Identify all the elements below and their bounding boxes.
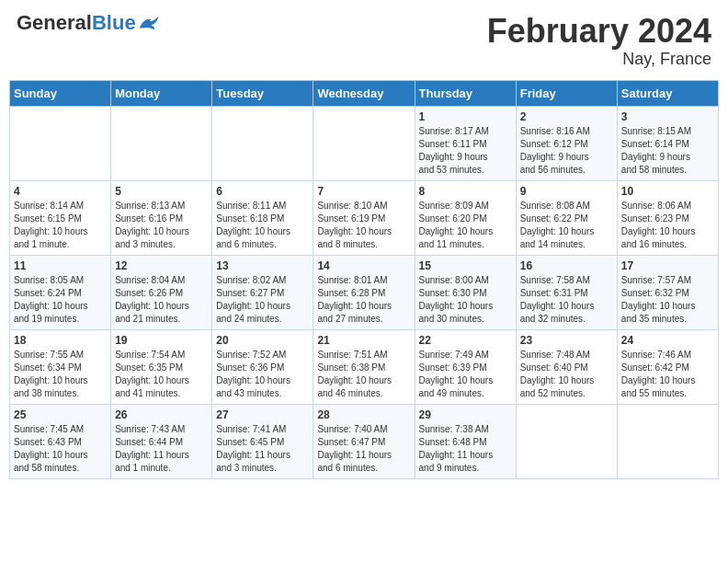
calendar-cell: 9Sunrise: 8:08 AM Sunset: 6:22 PM Daylig…	[516, 180, 617, 255]
calendar-cell: 3Sunrise: 8:15 AM Sunset: 6:14 PM Daylig…	[617, 106, 718, 180]
calendar-cell	[516, 404, 617, 478]
calendar-cell: 22Sunrise: 7:49 AM Sunset: 6:39 PM Dayli…	[415, 329, 516, 404]
day-info: Sunrise: 7:58 AM Sunset: 6:31 PM Dayligh…	[520, 274, 613, 326]
day-info: Sunrise: 7:55 AM Sunset: 6:34 PM Dayligh…	[14, 349, 107, 400]
day-info: Sunrise: 7:52 AM Sunset: 6:36 PM Dayligh…	[216, 349, 309, 400]
calendar-cell: 11Sunrise: 8:05 AM Sunset: 6:24 PM Dayli…	[10, 255, 111, 329]
calendar-cell: 6Sunrise: 8:11 AM Sunset: 6:18 PM Daylig…	[212, 180, 313, 255]
day-info: Sunrise: 7:40 AM Sunset: 6:47 PM Dayligh…	[317, 423, 410, 475]
calendar-cell: 4Sunrise: 8:14 AM Sunset: 6:15 PM Daylig…	[10, 180, 111, 255]
day-number: 27	[216, 408, 309, 421]
day-number: 15	[419, 259, 512, 272]
day-header-monday: Monday	[111, 80, 212, 106]
day-info: Sunrise: 8:00 AM Sunset: 6:30 PM Dayligh…	[419, 274, 512, 326]
calendar-table: SundayMondayTuesdayWednesdayThursdayFrid…	[9, 80, 719, 479]
calendar-cell: 5Sunrise: 8:13 AM Sunset: 6:16 PM Daylig…	[111, 180, 212, 255]
calendar-cell: 14Sunrise: 8:01 AM Sunset: 6:28 PM Dayli…	[313, 255, 415, 329]
day-info: Sunrise: 8:09 AM Sunset: 6:20 PM Dayligh…	[419, 200, 512, 251]
day-number: 20	[216, 334, 309, 347]
day-header-friday: Friday	[516, 80, 617, 106]
day-header-sunday: Sunday	[10, 80, 111, 106]
logo-general: General	[17, 13, 92, 33]
day-number: 21	[317, 334, 410, 347]
day-number: 5	[115, 185, 208, 198]
day-info: Sunrise: 7:46 AM Sunset: 6:42 PM Dayligh…	[621, 349, 714, 400]
day-header-thursday: Thursday	[415, 80, 516, 106]
day-number: 12	[115, 259, 208, 272]
calendar-cell: 29Sunrise: 7:38 AM Sunset: 6:48 PM Dayli…	[415, 404, 516, 478]
logo: General Blue	[17, 13, 160, 33]
day-info: Sunrise: 8:02 AM Sunset: 6:27 PM Dayligh…	[216, 274, 309, 326]
calendar-cell: 23Sunrise: 7:48 AM Sunset: 6:40 PM Dayli…	[516, 329, 617, 404]
day-number: 26	[115, 408, 208, 421]
calendar-cell: 24Sunrise: 7:46 AM Sunset: 6:42 PM Dayli…	[617, 329, 718, 404]
day-info: Sunrise: 7:57 AM Sunset: 6:32 PM Dayligh…	[621, 274, 714, 326]
calendar-cell: 28Sunrise: 7:40 AM Sunset: 6:47 PM Dayli…	[313, 404, 415, 478]
day-number: 10	[621, 185, 714, 198]
day-number: 28	[317, 408, 410, 421]
calendar-cell: 7Sunrise: 8:10 AM Sunset: 6:19 PM Daylig…	[313, 180, 415, 255]
day-header-tuesday: Tuesday	[212, 80, 313, 106]
title-area: February 2024 Nay, France	[487, 13, 711, 69]
day-info: Sunrise: 7:51 AM Sunset: 6:38 PM Dayligh…	[317, 349, 410, 400]
day-number: 4	[14, 185, 107, 198]
day-info: Sunrise: 8:14 AM Sunset: 6:15 PM Dayligh…	[14, 200, 107, 251]
day-number: 13	[216, 259, 309, 272]
day-info: Sunrise: 7:43 AM Sunset: 6:44 PM Dayligh…	[115, 423, 208, 475]
day-number: 22	[419, 334, 512, 347]
calendar-cell: 1Sunrise: 8:17 AM Sunset: 6:11 PM Daylig…	[415, 106, 516, 180]
calendar-cell: 25Sunrise: 7:45 AM Sunset: 6:43 PM Dayli…	[10, 404, 111, 478]
day-info: Sunrise: 7:54 AM Sunset: 6:35 PM Dayligh…	[115, 349, 208, 400]
day-number: 23	[520, 334, 613, 347]
day-header-saturday: Saturday	[617, 80, 718, 106]
calendar-cell: 20Sunrise: 7:52 AM Sunset: 6:36 PM Dayli…	[212, 329, 313, 404]
day-info: Sunrise: 8:06 AM Sunset: 6:23 PM Dayligh…	[621, 200, 714, 251]
day-info: Sunrise: 8:10 AM Sunset: 6:19 PM Dayligh…	[317, 200, 410, 251]
day-number: 8	[419, 185, 512, 198]
location: Nay, France	[487, 50, 711, 69]
calendar-cell	[111, 106, 212, 180]
calendar-cell: 27Sunrise: 7:41 AM Sunset: 6:45 PM Dayli…	[212, 404, 313, 478]
calendar-cell: 13Sunrise: 8:02 AM Sunset: 6:27 PM Dayli…	[212, 255, 313, 329]
day-info: Sunrise: 7:45 AM Sunset: 6:43 PM Dayligh…	[14, 423, 107, 475]
calendar-cell	[313, 106, 415, 180]
day-info: Sunrise: 7:49 AM Sunset: 6:39 PM Dayligh…	[419, 349, 512, 400]
calendar-cell: 19Sunrise: 7:54 AM Sunset: 6:35 PM Dayli…	[111, 329, 212, 404]
day-number: 17	[621, 259, 714, 272]
day-header-wednesday: Wednesday	[313, 80, 415, 106]
calendar-cell: 10Sunrise: 8:06 AM Sunset: 6:23 PM Dayli…	[617, 180, 718, 255]
week-row-4: 18Sunrise: 7:55 AM Sunset: 6:34 PM Dayli…	[10, 329, 719, 404]
day-number: 18	[14, 334, 107, 347]
calendar-cell: 16Sunrise: 7:58 AM Sunset: 6:31 PM Dayli…	[516, 255, 617, 329]
day-number: 19	[115, 334, 208, 347]
day-number: 16	[520, 259, 613, 272]
calendar-cell: 15Sunrise: 8:00 AM Sunset: 6:30 PM Dayli…	[415, 255, 516, 329]
day-info: Sunrise: 8:13 AM Sunset: 6:16 PM Dayligh…	[115, 200, 208, 251]
day-number: 11	[14, 259, 107, 272]
day-info: Sunrise: 7:41 AM Sunset: 6:45 PM Dayligh…	[216, 423, 309, 475]
header: General Blue February 2024 Nay, France	[9, 9, 719, 73]
day-number: 9	[520, 185, 613, 198]
logo-bird-icon	[138, 15, 160, 31]
day-number: 14	[317, 259, 410, 272]
week-row-2: 4Sunrise: 8:14 AM Sunset: 6:15 PM Daylig…	[10, 180, 719, 255]
calendar-cell	[10, 106, 111, 180]
day-number: 25	[14, 408, 107, 421]
day-number: 3	[621, 110, 714, 123]
week-row-5: 25Sunrise: 7:45 AM Sunset: 6:43 PM Dayli…	[10, 404, 719, 478]
calendar-cell: 8Sunrise: 8:09 AM Sunset: 6:20 PM Daylig…	[415, 180, 516, 255]
week-row-3: 11Sunrise: 8:05 AM Sunset: 6:24 PM Dayli…	[10, 255, 719, 329]
calendar-cell: 18Sunrise: 7:55 AM Sunset: 6:34 PM Dayli…	[10, 329, 111, 404]
day-info: Sunrise: 8:01 AM Sunset: 6:28 PM Dayligh…	[317, 274, 410, 326]
day-info: Sunrise: 8:17 AM Sunset: 6:11 PM Dayligh…	[419, 125, 512, 177]
day-info: Sunrise: 8:05 AM Sunset: 6:24 PM Dayligh…	[14, 274, 107, 326]
day-info: Sunrise: 8:15 AM Sunset: 6:14 PM Dayligh…	[621, 125, 714, 177]
week-row-1: 1Sunrise: 8:17 AM Sunset: 6:11 PM Daylig…	[10, 106, 719, 180]
day-number: 29	[419, 408, 512, 421]
logo-blue: Blue	[92, 13, 136, 33]
calendar-cell: 12Sunrise: 8:04 AM Sunset: 6:26 PM Dayli…	[111, 255, 212, 329]
day-number: 7	[317, 185, 410, 198]
calendar-cell: 17Sunrise: 7:57 AM Sunset: 6:32 PM Dayli…	[617, 255, 718, 329]
day-info: Sunrise: 8:08 AM Sunset: 6:22 PM Dayligh…	[520, 200, 613, 251]
calendar-cell	[212, 106, 313, 180]
